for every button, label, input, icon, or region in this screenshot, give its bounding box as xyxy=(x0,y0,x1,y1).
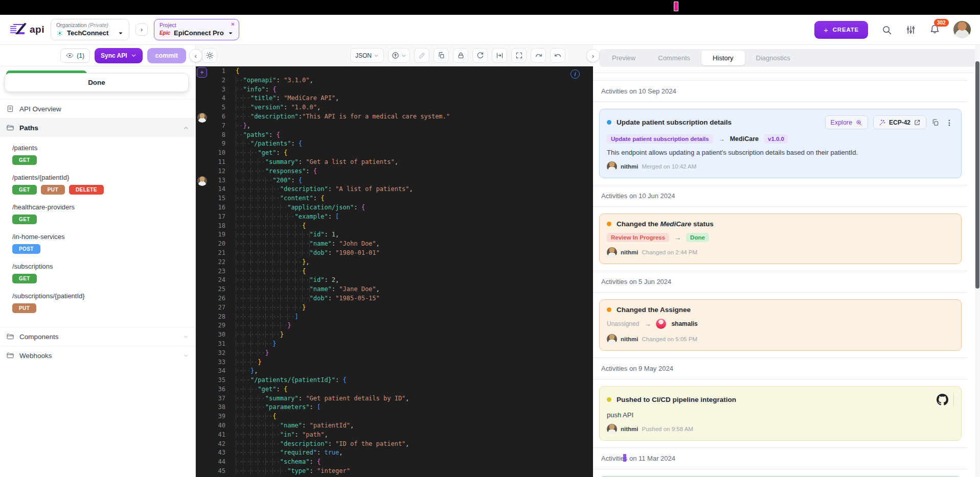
sidebar-item-paths[interactable]: Paths xyxy=(0,118,195,137)
code-area[interactable]: + i 1{2··"openapi": "3.1.0",3··"info": {… xyxy=(196,66,593,477)
method-badge[interactable]: GET xyxy=(12,274,37,283)
explore-button[interactable]: Explore xyxy=(825,115,868,129)
app-logo[interactable]: api xyxy=(9,23,44,36)
chevron-down-icon[interactable] xyxy=(183,352,189,359)
fullscreen-button[interactable] xyxy=(511,48,527,63)
publish-button[interactable] xyxy=(388,48,410,63)
method-badge[interactable]: GET xyxy=(12,214,37,224)
code-line: 31··········} xyxy=(209,340,593,349)
code-line: 25····················"name": "Jane Doe"… xyxy=(209,285,593,295)
info-icon[interactable]: i xyxy=(571,69,580,79)
chevron-down-icon[interactable] xyxy=(183,333,189,340)
organization-selector[interactable]: Organization (Private) TechConnect xyxy=(51,19,129,40)
commit-button[interactable]: commit xyxy=(147,48,186,63)
collapse-panel-button[interactable]: › xyxy=(586,49,600,62)
user-avatar xyxy=(607,247,617,257)
method-badge[interactable]: PUT xyxy=(41,185,65,195)
copy-icon xyxy=(438,52,445,59)
kebab-menu-icon[interactable]: ⋮ xyxy=(945,118,954,127)
code-line: 41············"in": "path", xyxy=(209,431,593,440)
method-badge[interactable]: PUT xyxy=(12,303,36,313)
method-badge[interactable]: GET xyxy=(12,155,37,165)
scrollbar-thumb[interactable] xyxy=(975,61,979,289)
sidebar-item-api-overview[interactable]: API Overview xyxy=(0,99,195,118)
word-wrap-button[interactable] xyxy=(492,48,507,63)
code-line: 9····"/patients": { xyxy=(209,140,593,149)
user-avatar[interactable] xyxy=(953,21,971,38)
project-label: Project xyxy=(159,22,234,28)
path-item[interactable]: /healthcare-providersGET xyxy=(12,203,195,224)
search-icon[interactable] xyxy=(881,25,892,35)
code-line: 16··············"application/json": { xyxy=(209,204,593,213)
code-line: 3··"info": { xyxy=(209,86,593,95)
sync-api-button[interactable]: Sync API xyxy=(95,48,143,63)
path-item[interactable]: /patientsGET xyxy=(12,144,195,165)
project-name: EpiConnect Pro xyxy=(174,29,224,37)
collaborator-avatar[interactable] xyxy=(197,113,207,123)
close-icon[interactable]: ✕ xyxy=(231,21,235,27)
code-line: 24····················"id": 2, xyxy=(209,276,593,285)
sidebar-item-components[interactable]: Components xyxy=(0,327,195,346)
sun-icon xyxy=(206,52,214,59)
method-badge[interactable]: POST xyxy=(12,244,40,254)
code-line: 17················"example": [ xyxy=(209,213,593,222)
path-item[interactable]: /subscriptionsGET xyxy=(12,263,195,283)
redo-icon xyxy=(535,52,542,59)
user-avatar xyxy=(607,161,617,172)
user-avatar xyxy=(607,424,617,434)
history-list[interactable]: Activities on 10 Sep 2024 Update patient… xyxy=(593,73,980,477)
filters-icon[interactable] xyxy=(905,25,916,35)
expand-icon xyxy=(515,52,523,59)
language-select[interactable]: JSON xyxy=(350,48,384,63)
code-line: 27··················} xyxy=(209,304,593,313)
path-item[interactable]: /in-home-servicesPOST xyxy=(12,233,195,254)
code-line: 33······} xyxy=(209,359,593,368)
copy-icon[interactable] xyxy=(931,118,940,127)
redo-button[interactable] xyxy=(531,48,546,63)
tab-diagnostics[interactable]: Diagnostics xyxy=(745,51,802,65)
pencil-icon xyxy=(418,52,426,59)
code-line: 18··················{ xyxy=(209,222,593,231)
sidebar-item-webhooks[interactable]: Webhooks xyxy=(0,346,195,365)
code-line: 45··············"type": "integer" xyxy=(209,467,593,476)
edit-button[interactable] xyxy=(414,48,429,63)
activity-group-header: Activities on 5 Jun 2024 xyxy=(593,271,968,293)
plus-icon: + xyxy=(824,26,829,34)
toast-message: Done xyxy=(5,73,189,92)
panel-scrollbar[interactable] xyxy=(975,45,980,477)
collapse-sidebar-button[interactable]: ‹ xyxy=(189,49,202,62)
project-selector[interactable]: ✕ Project Epic EpiConnect Pro xyxy=(154,19,239,40)
lock-icon xyxy=(457,52,465,59)
assignee-avatar xyxy=(656,319,666,329)
chevron-up-icon[interactable] xyxy=(183,125,189,131)
status-dot xyxy=(607,222,611,226)
activity-panel: Preview Comments History Diagnostics Act… xyxy=(593,45,980,477)
tab-comments[interactable]: Comments xyxy=(647,51,701,65)
lock-button[interactable] xyxy=(453,48,468,63)
refresh-button[interactable] xyxy=(472,48,488,63)
code-line: 5····"version": "1.0.0", xyxy=(209,104,593,113)
code-line: 39··········{ xyxy=(209,413,593,422)
copy-button[interactable] xyxy=(434,48,449,63)
code-line: 35····"/patients/{patientId}": { xyxy=(209,376,593,386)
code-line: 37········"summary": "Get patient detail… xyxy=(209,395,593,404)
path-item[interactable]: /patients/{patientId}GETPUTDELETE xyxy=(12,174,195,195)
collaborator-avatar[interactable] xyxy=(197,176,207,186)
github-icon[interactable] xyxy=(937,394,948,406)
code-line: 20····················"name": "John Doe"… xyxy=(209,240,593,249)
path-name: /patients/{patientId} xyxy=(12,174,195,181)
method-badge[interactable]: DELETE xyxy=(69,185,104,195)
path-item[interactable]: /subscriptions/{patientId}PUT xyxy=(12,292,195,313)
magic-wand-icon xyxy=(879,119,886,126)
watchers-button[interactable]: (1) xyxy=(60,49,90,63)
undo-button[interactable] xyxy=(550,48,565,63)
add-comment-icon[interactable]: + xyxy=(197,67,207,78)
method-badge[interactable]: GET xyxy=(12,185,37,195)
create-button[interactable]: + CREATE xyxy=(814,21,868,39)
tab-preview[interactable]: Preview xyxy=(601,51,647,65)
refresh-icon xyxy=(476,52,484,59)
ticket-link-button[interactable]: ECP-42 xyxy=(873,115,926,129)
org-project-next-button[interactable]: › xyxy=(135,23,148,36)
theme-toggle-button[interactable] xyxy=(202,48,217,63)
tab-history[interactable]: History xyxy=(701,51,744,65)
